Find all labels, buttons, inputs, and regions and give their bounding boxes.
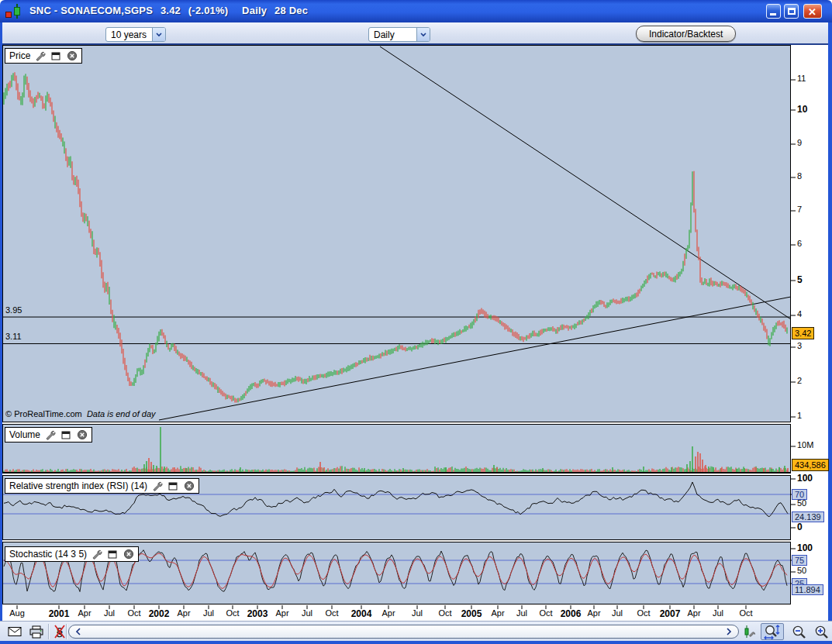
price-plot[interactable]	[2, 45, 791, 422]
detach-window-icon[interactable]	[61, 430, 71, 440]
wrench-icon[interactable]	[46, 430, 56, 440]
maximize-button[interactable]	[784, 4, 799, 19]
rsi-upper-level-box: 70	[792, 489, 807, 500]
volume-last-value-box: 434,586	[792, 459, 829, 471]
rsi-last-value-box: 24.139	[792, 511, 824, 522]
range-select[interactable]: 10 years	[105, 27, 166, 42]
minimize-button[interactable]	[766, 4, 781, 19]
price-last-value-box: 3.42	[792, 327, 814, 339]
volume-plot[interactable]	[2, 424, 791, 474]
title-change: (-2.01%)	[188, 5, 228, 16]
x-axis-strip	[2, 604, 828, 621]
close-panel-icon[interactable]	[123, 549, 134, 560]
horizontal-scrollbar[interactable]	[68, 625, 739, 639]
rsi-panel-header[interactable]: Relative strength index (RSI) (14)	[5, 478, 199, 494]
stoch-panel-title: Stochastic (14 3 5)	[9, 549, 87, 560]
close-panel-icon[interactable]	[77, 429, 88, 440]
title-date: 28 Dec	[274, 5, 308, 16]
zoom-out-icon[interactable]	[789, 623, 810, 640]
zoom-in-icon[interactable]	[812, 623, 832, 640]
support-level-label-311: 3.11	[5, 332, 22, 341]
wrench-icon[interactable]	[36, 51, 46, 61]
window-title: SNC - SONAECOM,SGPS 3.42 (-2.01%) Daily …	[29, 5, 319, 16]
zoom-pan-mode-icon[interactable]	[761, 623, 784, 640]
window-border-right	[828, 22, 832, 644]
title-price: 3.42	[161, 5, 181, 16]
title-period: Daily	[242, 5, 267, 16]
scroll-right-button[interactable]	[721, 626, 737, 637]
support-level-label-395: 3.95	[5, 305, 22, 315]
indicator-backtest-button[interactable]: Indicator/Backtest	[636, 26, 736, 42]
rsi-panel-title: Relative strength index (RSI) (14)	[9, 480, 147, 491]
close-button[interactable]: ✕	[803, 4, 822, 19]
detach-window-icon[interactable]	[51, 51, 61, 61]
volume-panel-header[interactable]: Volume	[5, 427, 92, 443]
wrench-icon[interactable]	[92, 549, 102, 560]
title-symbol: SNC - SONAECOM,SGPS	[29, 5, 153, 16]
volume-panel-title: Volume	[9, 429, 40, 440]
candlestick-app-icon	[5, 4, 26, 19]
timeframe-select[interactable]: Daily	[368, 27, 430, 42]
wrench-icon[interactable]	[153, 481, 163, 491]
stoch-upper-level-box: 75	[792, 555, 807, 566]
chart-settings-icon[interactable]	[742, 623, 758, 640]
close-panel-icon[interactable]	[184, 480, 195, 491]
bottom-toolbar: §	[0, 621, 832, 641]
detach-window-icon[interactable]	[108, 549, 118, 560]
email-icon[interactable]	[6, 624, 23, 639]
print-icon[interactable]	[28, 624, 45, 639]
close-panel-icon[interactable]	[67, 50, 78, 61]
copyright-note: © ProRealTime.com Data is end of day	[5, 409, 156, 418]
scroll-left-button[interactable]	[71, 626, 86, 637]
stoch-panel-header[interactable]: Stochastic (14 3 5)	[5, 546, 139, 562]
app-window: SNC - SONAECOM,SGPS 3.42 (-2.01%) Daily …	[0, 0, 832, 644]
chevron-down-icon[interactable]	[152, 28, 165, 41]
price-panel-header[interactable]: Price	[5, 48, 82, 64]
chevron-down-icon[interactable]	[416, 28, 430, 41]
price-panel-title: Price	[9, 50, 30, 61]
timeframe-select-value: Daily	[369, 29, 416, 40]
top-toolbar: 10 years Daily Indicator/Backtest	[0, 22, 832, 45]
titlebar[interactable]: SNC - SONAECOM,SGPS 3.42 (-2.01%) Daily …	[0, 0, 832, 22]
window-border-bottom	[0, 641, 832, 644]
range-select-value: 10 years	[106, 29, 152, 40]
detach-window-icon[interactable]	[168, 481, 178, 491]
stoch-last-value-box: 11.894	[792, 584, 823, 595]
